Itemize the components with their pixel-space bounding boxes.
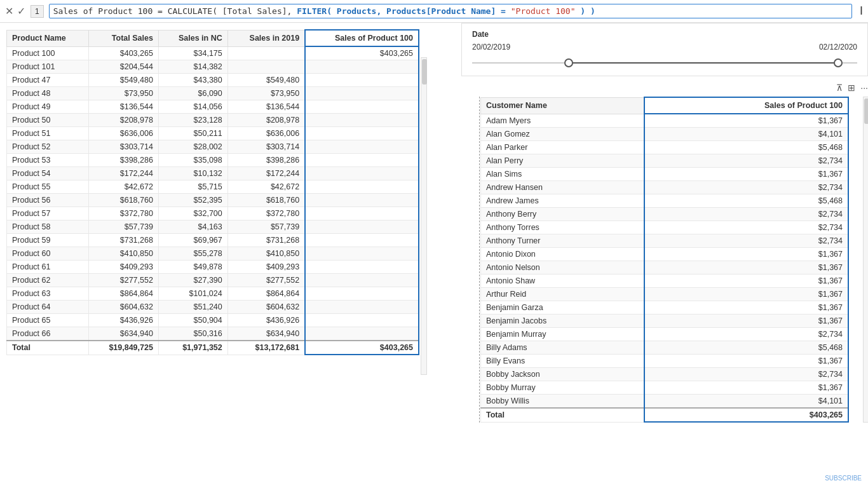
col-product-name: Product Name bbox=[7, 30, 89, 46]
date-start: 20/02/2019 bbox=[472, 43, 510, 51]
table-row: Product 66$634,940$50,316$634,940 bbox=[7, 327, 419, 341]
main-content: Product Name Total Sales Sales in NC Sal… bbox=[0, 23, 868, 488]
formula-closing: ) ) bbox=[576, 6, 595, 16]
formula-text-plain: Sales of Product 100 = CALCULATE( [Total… bbox=[53, 6, 297, 16]
table-row: Antonio Dixon$1,367 bbox=[481, 248, 849, 261]
watermark: SUBSCRIBE bbox=[825, 475, 862, 482]
slider-thumb-left[interactable] bbox=[564, 58, 573, 67]
table-row: Product 56$618,760$52,395$618,760 bbox=[7, 194, 419, 207]
table-row: Benjamin Jacobs$1,367 bbox=[481, 315, 849, 328]
table-row: Bobby Murray$1,367 bbox=[481, 381, 849, 395]
col-sales-nc: Sales in NC bbox=[158, 30, 227, 46]
formula-bar: ✕ ✓ 1 Sales of Product 100 = CALCULATE( … bbox=[0, 0, 868, 23]
table-row: Product 64$604,632$51,240$604,632 bbox=[7, 301, 419, 314]
product-scrollbar-thumb[interactable] bbox=[422, 59, 427, 85]
table-row: Product 47$549,480$43,380$549,480 bbox=[7, 74, 419, 87]
table-row: Anthony Torres$2,734 bbox=[481, 221, 849, 234]
confirm-icon[interactable]: ✓ bbox=[17, 5, 25, 17]
customer-table-container: Customer Name Sales of Product 100 Adam … bbox=[461, 97, 868, 423]
table-row: Product 57$372,780$32,700$372,780 bbox=[7, 207, 419, 220]
col-customer-product100: Sales of Product 100 bbox=[644, 97, 848, 114]
table-row: Product 52$303,714$28,002$303,714 bbox=[7, 140, 419, 154]
text-cursor: I bbox=[860, 4, 863, 18]
formula-string-value: "Product 100" bbox=[511, 6, 576, 16]
table-row: Product 59$731,268$69,967$731,268 bbox=[7, 234, 419, 247]
col-sales-product100: Sales of Product 100 bbox=[305, 30, 419, 46]
date-end: 02/12/2020 bbox=[819, 43, 857, 51]
table-row: Product 51$636,006$50,211$636,006 bbox=[7, 127, 419, 140]
table-row: Arthur Reid$1,367 bbox=[481, 288, 849, 301]
date-filter-panel: Date 20/02/2019 02/12/2020 bbox=[461, 23, 868, 76]
table-row: Product 100$403,265$34,175$403,265 bbox=[7, 46, 419, 60]
customer-table-body: Adam Myers$1,367Alan Gomez$4,101Alan Par… bbox=[481, 114, 849, 422]
col-total-sales: Total Sales bbox=[89, 30, 159, 46]
table-row: Product 49$136,544$14,056$136,544 bbox=[7, 100, 419, 114]
table-row: Product 101$204,544$14,382 bbox=[7, 60, 419, 74]
date-slider[interactable] bbox=[472, 57, 857, 69]
slider-track bbox=[472, 62, 857, 64]
table-row: Product 54$172,244$10,132$172,244 bbox=[7, 167, 419, 180]
date-filter-values: 20/02/2019 02/12/2020 bbox=[472, 43, 857, 51]
table-row: Bobby Jackson$2,734 bbox=[481, 368, 849, 381]
product-table-header-row: Product Name Total Sales Sales in NC Sal… bbox=[7, 30, 419, 46]
table-row: Alan Perry$2,734 bbox=[481, 154, 849, 168]
date-filter-label: Date bbox=[472, 30, 857, 39]
table-row: Anthony Berry$2,734 bbox=[481, 208, 849, 221]
customer-table-header-row: Customer Name Sales of Product 100 bbox=[481, 97, 849, 114]
slider-fill bbox=[569, 62, 838, 64]
table-row: Antonio Shaw$1,367 bbox=[481, 274, 849, 288]
table-row: Product 48$73,950$6,090$73,950 bbox=[7, 87, 419, 100]
table-row: Product 58$57,739$4,163$57,739 bbox=[7, 220, 419, 234]
table-row: Product 65$436,926$50,904$436,926 bbox=[7, 314, 419, 327]
table-row: Billy Adams$5,468 bbox=[481, 341, 849, 355]
customer-table: Customer Name Sales of Product 100 Adam … bbox=[480, 97, 849, 423]
table-row: Antonio Nelson$1,367 bbox=[481, 261, 849, 274]
table-row: Alan Parker$5,468 bbox=[481, 141, 849, 154]
table-row: Product 62$277,552$27,390$277,552 bbox=[7, 274, 419, 287]
product-table-wrapper: Product Name Total Sales Sales in NC Sal… bbox=[6, 29, 426, 355]
slider-thumb-right[interactable] bbox=[834, 58, 843, 67]
table-row: Product 63$864,864$101,024$864,864 bbox=[7, 287, 419, 301]
product-table-scrollbar[interactable] bbox=[421, 57, 427, 375]
table-row: Benjamin Garza$1,367 bbox=[481, 301, 849, 315]
table-row: Product 53$398,286$35,098$398,286 bbox=[7, 154, 419, 167]
customer-scrollbar-thumb[interactable] bbox=[864, 98, 868, 124]
formula-input[interactable]: Sales of Product 100 = CALCULATE( [Total… bbox=[49, 4, 852, 18]
table-row: Andrew James$5,468 bbox=[481, 194, 849, 208]
formula-bar-actions: ✕ ✓ bbox=[5, 5, 25, 17]
line-number: 1 bbox=[31, 5, 44, 18]
table-row: Adam Myers$1,367 bbox=[481, 114, 849, 128]
table-row: Bobby Willis$4,101 bbox=[481, 395, 849, 409]
customer-table-scrollbar[interactable] bbox=[863, 97, 868, 423]
product-table-container: Product Name Total Sales Sales in NC Sal… bbox=[6, 29, 426, 355]
product-table: Product Name Total Sales Sales in NC Sal… bbox=[6, 29, 419, 355]
table-row: Product 50$208,978$23,128$208,978 bbox=[7, 114, 419, 127]
table-toolbar: ⊼ ⊞ ··· bbox=[461, 83, 868, 93]
right-panel: Date 20/02/2019 02/12/2020 ⊼ ⊞ ··· bbox=[461, 23, 868, 423]
col-sales-2019: Sales in 2019 bbox=[227, 30, 305, 46]
table-left-indicator bbox=[479, 97, 480, 423]
formula-filter-keyword: FILTER( Products, Products[Product Name]… bbox=[297, 6, 511, 16]
table-row: Benjamin Murray$2,734 bbox=[481, 328, 849, 341]
table-row: Alan Gomez$4,101 bbox=[481, 128, 849, 141]
table-row: Product 61$409,293$49,878$409,293 bbox=[7, 261, 419, 274]
table-row: Billy Evans$1,367 bbox=[481, 355, 849, 368]
product-table-body: Product 100$403,265$34,175$403,265Produc… bbox=[7, 46, 419, 355]
expand-icon[interactable]: ⊞ bbox=[848, 83, 855, 93]
table-row: Alan Sims$1,367 bbox=[481, 168, 849, 181]
customer-total-row: Total$403,265 bbox=[481, 408, 849, 422]
col-customer-name: Customer Name bbox=[481, 97, 645, 114]
filter-icon[interactable]: ⊼ bbox=[836, 83, 843, 93]
total-row: Total$19,849,725$1,971,352$13,172,681$40… bbox=[7, 341, 419, 355]
table-row: Andrew Hansen$2,734 bbox=[481, 181, 849, 194]
cancel-icon[interactable]: ✕ bbox=[5, 5, 13, 17]
table-row: Product 60$410,850$55,278$410,850 bbox=[7, 247, 419, 261]
more-options-icon[interactable]: ··· bbox=[860, 83, 868, 93]
table-row: Anthony Turner$2,734 bbox=[481, 234, 849, 248]
table-row: Product 55$42,672$5,715$42,672 bbox=[7, 180, 419, 194]
